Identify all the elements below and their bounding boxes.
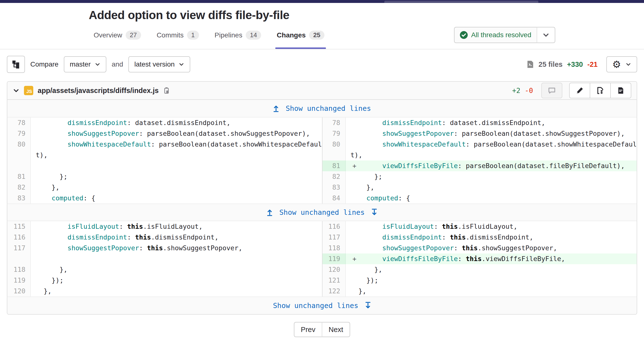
diff-hunk-1: 78 dismissEndpoint: dataset.dismissEndpo… — [7, 117, 637, 204]
file-pagination: Prev Next — [0, 322, 644, 337]
tab-commits[interactable]: Commits1 — [155, 31, 200, 49]
diff-row: 118 },120 }, — [7, 264, 637, 275]
show-unchanged-lines-link[interactable]: Show unchanged lines — [266, 208, 377, 216]
line-number[interactable]: 119 — [322, 253, 346, 264]
diff-file-header: JS app/assets/javascripts/diffs/index.js… — [7, 82, 637, 100]
code-line: showSuggestPopover: this.showSuggestPopo… — [350, 243, 632, 253]
prev-file-button[interactable]: Prev — [294, 322, 322, 337]
threads-resolved-split-button: All threads resolved — [454, 27, 555, 43]
diff-row: 120 },122 }, — [7, 286, 637, 296]
line-number[interactable]: 116 — [322, 221, 346, 232]
target-version-value: latest version — [134, 61, 174, 68]
top-navbar — [0, 0, 644, 3]
code-line: }); — [36, 275, 317, 286]
threads-dropdown-toggle[interactable] — [537, 27, 555, 43]
pencil-icon — [576, 87, 584, 94]
expand-down-icon — [365, 302, 371, 309]
line-number[interactable]: 118 — [7, 264, 31, 275]
diff-stats: 25 files +330 -21 — [526, 61, 598, 69]
mr-tabs: Overview27Commits1Pipelines14Changes25 — [89, 31, 326, 49]
edit-file-button[interactable] — [569, 83, 590, 98]
line-number[interactable]: 122 — [322, 286, 346, 296]
file-tree-toggle-button[interactable] — [7, 56, 25, 73]
expander-label: Show unchanged lines — [279, 208, 364, 216]
code-line: }, — [36, 264, 317, 275]
added-line-marker: + — [352, 253, 356, 264]
navbar-search-box[interactable] — [384, 1, 538, 3]
tab-changes[interactable]: Changes25 — [275, 31, 326, 49]
compare-label: Compare — [30, 61, 58, 68]
gear-icon: ⚙ — [612, 60, 621, 69]
file-versions-icon — [596, 87, 604, 94]
show-unchanged-lines-link[interactable]: Show unchanged lines — [273, 301, 371, 310]
line-number[interactable]: 117 — [322, 232, 346, 243]
code-line: }, — [350, 264, 632, 275]
diff-settings-button[interactable]: ⚙ — [606, 56, 637, 72]
view-file-button[interactable] — [610, 83, 631, 98]
line-number[interactable]: 83 — [322, 182, 346, 193]
code-line: t), — [350, 150, 632, 160]
diff-row: 82 },83 }, — [7, 182, 637, 193]
tab-count-badge: 27 — [126, 31, 141, 40]
chevron-down-icon — [542, 31, 550, 39]
toggle-comments-button[interactable] — [541, 83, 562, 98]
file-path[interactable]: app/assets/javascripts/diffs/index.js — [38, 87, 159, 95]
line-number[interactable]: 115 — [7, 221, 31, 232]
source-branch-dropdown[interactable]: master — [64, 56, 106, 72]
line-number[interactable]: 120 — [322, 264, 346, 275]
code-line: dismissEndpoint: dataset.dismissEndpoint… — [36, 117, 317, 128]
tab-label: Overview — [94, 31, 122, 39]
check-circle-icon — [460, 31, 468, 39]
line-number[interactable]: 78 — [322, 117, 346, 128]
line-number[interactable]: 79 — [7, 128, 31, 139]
expand-up-icon — [266, 209, 273, 216]
diff-row: 81+ viewDiffsFileByFile: parseBoolean(da… — [7, 160, 637, 171]
show-unchanged-lines-link[interactable]: Show unchanged lines — [273, 104, 371, 113]
added-code-line: + viewDiffsFileByFile: this.viewDiffsFil… — [350, 253, 632, 264]
tab-count-badge: 14 — [246, 31, 261, 40]
code-line: }, — [350, 182, 632, 193]
line-number[interactable]: 84 — [322, 193, 346, 204]
line-number[interactable]: 80 — [7, 139, 31, 160]
empty-code-placeholder — [31, 253, 322, 264]
comment-icon — [548, 87, 556, 94]
line-number[interactable]: 119 — [7, 275, 31, 286]
next-file-button[interactable]: Next — [322, 322, 350, 337]
line-number[interactable]: 116 — [7, 232, 31, 243]
diff-row: 116 dismissEndpoint: this.dismissEndpoin… — [7, 232, 637, 243]
copy-path-icon[interactable] — [163, 87, 170, 94]
line-number[interactable]: 78 — [7, 117, 31, 128]
line-number[interactable]: 81 — [322, 160, 346, 171]
code-line: }; — [350, 171, 632, 182]
tab-overview[interactable]: Overview27 — [92, 31, 142, 49]
collapse-file-chevron-icon[interactable] — [13, 87, 20, 94]
source-branch-value: master — [70, 61, 91, 68]
line-number[interactable]: 82 — [7, 182, 31, 193]
and-label: and — [112, 61, 123, 68]
line-number[interactable]: 83 — [7, 193, 31, 204]
compare-versions-button[interactable] — [590, 83, 611, 98]
line-number[interactable]: 80 — [322, 139, 346, 160]
line-number[interactable]: 81 — [7, 171, 31, 182]
code-line: showSuggestPopover: parseBoolean(dataset… — [36, 128, 317, 139]
code-line: dismissEndpoint: this.dismissEndpoint, — [36, 232, 317, 243]
expander-label: Show unchanged lines — [273, 301, 358, 310]
expand-up-icon — [273, 105, 279, 112]
line-number[interactable]: 120 — [7, 286, 31, 296]
tab-count-badge: 1 — [187, 31, 199, 40]
line-number[interactable]: 79 — [322, 128, 346, 139]
diff-row: 83 computed: {84 computed: { — [7, 193, 637, 204]
code-line: }, — [36, 286, 317, 296]
line-number[interactable]: 82 — [322, 171, 346, 182]
tab-pipelines[interactable]: Pipelines14 — [213, 31, 263, 49]
added-line-marker: + — [352, 160, 356, 171]
line-number[interactable]: 121 — [322, 275, 346, 286]
file-tree-icon — [12, 60, 20, 69]
tab-label: Pipelines — [215, 31, 242, 39]
compare-bar: Compare master and latest version 25 fil… — [0, 50, 644, 79]
line-number[interactable]: 117 — [7, 243, 31, 253]
expand-down-icon — [371, 209, 378, 216]
line-number[interactable]: 118 — [322, 243, 346, 253]
target-version-dropdown[interactable]: latest version — [128, 56, 190, 72]
all-threads-resolved-button[interactable]: All threads resolved — [454, 27, 537, 43]
